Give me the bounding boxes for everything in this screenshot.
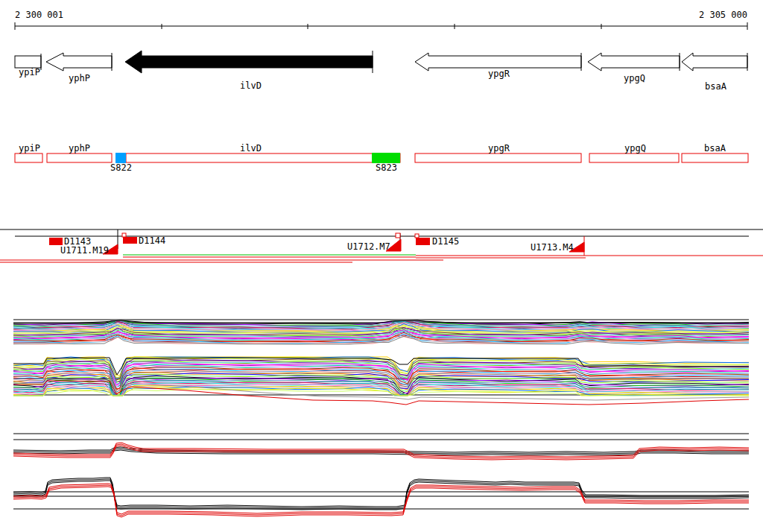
probe-block-D1143[interactable] — [49, 238, 63, 245]
probe-start-square — [415, 234, 419, 238]
annotation-box-yphP[interactable] — [47, 153, 112, 162]
annotation-box-ypiP[interactable] — [15, 153, 42, 162]
gene-ypgQ[interactable] — [588, 53, 680, 71]
probe-block-D1144[interactable] — [123, 237, 137, 244]
annotation-label-ypiP: ypiP — [19, 143, 40, 153]
marker-label-S823: S823 — [376, 162, 397, 173]
annotation-box-bsaA[interactable] — [682, 153, 748, 162]
gene-bsaA[interactable] — [682, 53, 747, 71]
annotation-label-ypgR: ypgR — [488, 143, 510, 153]
marker-S823[interactable] — [372, 153, 400, 163]
gene-label-bsaA: bsaA — [705, 81, 727, 92]
probe-start-square — [396, 233, 400, 238]
marker-S822[interactable] — [115, 153, 126, 163]
gene-label-yphP: yphP — [69, 73, 90, 83]
gene-yphP[interactable] — [46, 53, 112, 71]
marker-label-S822: S822 — [110, 162, 132, 173]
annotation-label-ypgQ: ypgQ — [624, 143, 646, 153]
gene-label-ypiP: ypiP — [19, 67, 40, 77]
annotation-label-bsaA: bsaA — [704, 143, 726, 153]
ruler-start-label: 2 300 001 — [15, 10, 63, 20]
gene-label-ilvD: ilvD — [240, 80, 262, 91]
primer-label-U1713.M4: U1713.M4 — [531, 242, 574, 253]
ruler-end-label: 2 305 000 — [699, 10, 747, 20]
gene-label-ypgQ: ypgQ — [624, 73, 645, 83]
probe-label-D1145: D1145 — [432, 236, 459, 247]
genome-browser-view: 2 300 0012 305 000ypiPyphPilvDypgRypgQbs… — [0, 0, 763, 532]
probe-label-D1144: D1144 — [139, 235, 165, 246]
annotation-label-ilvD: ilvD — [240, 143, 262, 153]
annotation-box-ypgR[interactable] — [415, 153, 581, 162]
primer-label-U1711.M19: U1711.M19 — [60, 245, 109, 256]
primer-label-U1712.M7: U1712.M7 — [347, 241, 390, 252]
gene-label-ypgR: ypgR — [488, 69, 510, 79]
annotation-box-ypgQ[interactable] — [589, 153, 679, 162]
probe-start-square — [122, 233, 126, 237]
genome-browser-canvas: 2 300 0012 305 000ypiPyphPilvDypgRypgQbs… — [0, 0, 763, 532]
probe-block-D1145[interactable] — [416, 238, 430, 245]
gene-ilvD[interactable] — [125, 51, 373, 73]
gene-ypiP[interactable] — [15, 56, 41, 68]
annotation-label-yphP: yphP — [69, 143, 90, 153]
annotation-box-ilvD[interactable] — [126, 153, 400, 162]
